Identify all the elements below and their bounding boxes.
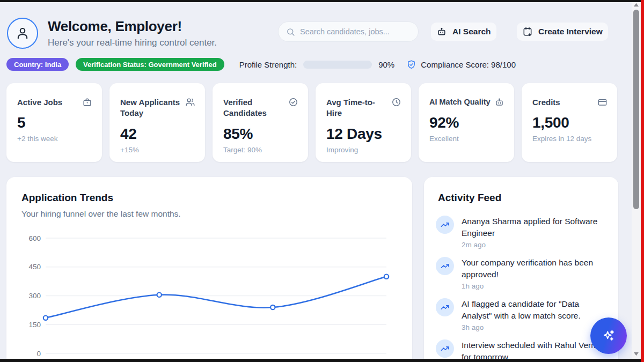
- scrollbar-down-arrow[interactable]: [633, 351, 639, 357]
- create-interview-label: Create Interview: [538, 27, 603, 36]
- avatar[interactable]: [7, 18, 38, 49]
- ai-assistant-fab[interactable]: [590, 317, 627, 354]
- stat-value: 92%: [429, 114, 503, 131]
- activity-feed-title: Activity Feed: [438, 192, 501, 204]
- feed-item-text: Your company verification has been appro…: [462, 257, 606, 280]
- search-icon: [286, 27, 295, 36]
- stat-title: Active Jobs: [17, 97, 78, 108]
- clock-icon: [391, 97, 401, 107]
- feed-item-text: Ananya Sharma applied for Software Engin…: [462, 216, 606, 239]
- stat-title: Avg Time-to-Hire: [326, 97, 387, 119]
- user-icon: [14, 25, 31, 41]
- users-icon: [185, 97, 195, 107]
- stat-title: AI Match Quality: [429, 97, 491, 108]
- page-subtitle: Here's your real-time hiring control cen…: [48, 38, 217, 48]
- page-scrollbar: [632, 0, 641, 362]
- feed-item-time: 1h ago: [462, 282, 606, 290]
- stat-card-verified-candidates: Verified Candidates 85% Target: 90%: [213, 83, 308, 162]
- feed-item: Ananya Sharma applied for Software Engin…: [436, 216, 606, 249]
- screen-bottom-strip: [0, 359, 644, 362]
- stat-title: New Applicants Today: [120, 97, 181, 119]
- search-bar[interactable]: [278, 21, 419, 42]
- stat-card-ai-match-quality: AI Match Quality 92% Excellent: [419, 83, 514, 162]
- svg-text:300: 300: [28, 292, 41, 300]
- stat-title: Credits: [532, 97, 594, 108]
- chart-subtitle: Your hiring funnel over the last few mon…: [21, 209, 181, 219]
- activity-feed-panel: Activity Feed Ananya Sharma applied for …: [424, 177, 618, 362]
- briefcase-icon: [82, 97, 92, 107]
- profile-strength-label: Profile Strength:: [239, 60, 297, 69]
- activity-feed-list: Ananya Sharma applied for Software Engin…: [436, 216, 606, 362]
- svg-text:600: 600: [28, 234, 41, 242]
- feed-item: AI flagged a candidate for "Data Analyst…: [436, 298, 606, 331]
- trending-up-icon: [436, 298, 454, 316]
- stat-sub: Excellent: [429, 135, 503, 143]
- stat-card-active-jobs: Active Jobs 5 +2 this week: [6, 83, 102, 162]
- bot-icon: [494, 97, 504, 107]
- verification-badge: Verification Status: Government Verified: [76, 58, 224, 71]
- feed-item: Your company verification has been appro…: [436, 257, 606, 290]
- application-trends-panel: Application Trends Your hiring funnel ov…: [6, 177, 412, 362]
- status-row: Country: India Verification Status: Gove…: [6, 58, 516, 71]
- stat-value: 12 Days: [326, 125, 400, 143]
- stat-card-new-applicants: New Applicants Today 42 +15%: [109, 83, 205, 162]
- bot-icon: [436, 26, 447, 37]
- ai-search-label: AI Search: [452, 27, 491, 36]
- search-input[interactable]: [300, 27, 411, 36]
- trending-up-icon: [436, 216, 454, 234]
- stat-cards-row: Active Jobs 5 +2 this week New Applicant…: [6, 83, 617, 162]
- stat-sub: +15%: [120, 146, 194, 154]
- stat-card-avg-time-to-hire: Avg Time-to-Hire 12 Days Improving: [316, 83, 411, 162]
- chart-title: Application Trends: [21, 192, 113, 204]
- sparkles-icon: [601, 328, 616, 343]
- feed-item-text: AI flagged a candidate for "Data Analyst…: [462, 298, 606, 322]
- screen-top-strip: [0, 0, 644, 2]
- profile-strength-value: 90%: [378, 60, 394, 69]
- ai-search-button[interactable]: AI Search: [431, 23, 496, 41]
- svg-text:450: 450: [28, 263, 41, 271]
- line-chart: 0150300450600: [21, 231, 397, 362]
- trending-up-icon: [436, 339, 454, 358]
- feed-item-time: 2m ago: [462, 241, 606, 249]
- country-badge: Country: India: [6, 58, 69, 71]
- calendar-plus-icon: [522, 26, 533, 37]
- profile-strength-bar: [303, 61, 372, 69]
- feed-item-time: 3h ago: [462, 323, 606, 331]
- stat-sub: Target: 90%: [223, 146, 297, 154]
- svg-text:150: 150: [28, 321, 41, 329]
- check-circle-icon: [288, 97, 298, 107]
- shield-check-icon: [406, 60, 416, 70]
- svg-text:0: 0: [36, 350, 41, 358]
- trending-up-icon: [436, 257, 454, 275]
- screen-right-red-border: [641, 0, 644, 362]
- header: Welcome, Employer! Here's your real-time…: [7, 18, 217, 49]
- compliance-score: Compliance Score: 98/100: [421, 60, 516, 69]
- create-interview-button[interactable]: Create Interview: [517, 23, 608, 41]
- scrollbar-up-arrow[interactable]: [633, 2, 639, 8]
- stat-card-credits: Credits 1,500 Expires in 12 days: [522, 83, 617, 162]
- stat-sub: Improving: [326, 146, 400, 154]
- stat-sub: +2 this week: [17, 135, 91, 143]
- stat-value: 5: [17, 114, 91, 131]
- page-title: Welcome, Employer!: [48, 18, 217, 35]
- stat-value: 85%: [223, 125, 297, 143]
- stat-sub: Expires in 12 days: [532, 135, 606, 143]
- credit-card-icon: [597, 97, 608, 107]
- stat-title: Verified Candidates: [223, 97, 284, 119]
- stat-value: 1,500: [532, 114, 606, 131]
- scrollbar-thumb[interactable]: [633, 10, 639, 209]
- stat-value: 42: [120, 125, 194, 143]
